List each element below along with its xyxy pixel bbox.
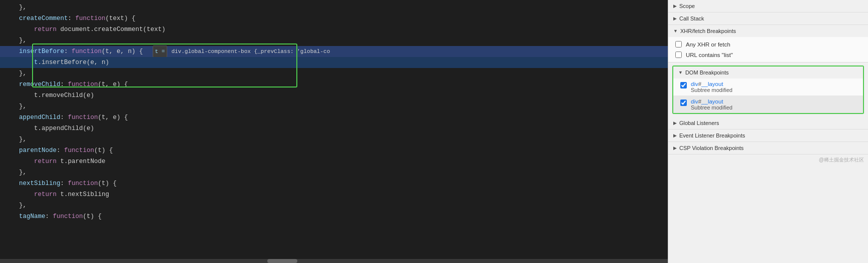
code-line: return t.nextSibling xyxy=(0,189,668,200)
code-line: }, xyxy=(0,134,668,145)
watermark-text: @稀土掘金技术社区 xyxy=(819,157,864,162)
dom-bp-2-checkbox[interactable] xyxy=(680,100,687,106)
right-panel: Scope Call Stack XHR/fetch Breakpoints A… xyxy=(668,0,868,263)
call-stack-section: Call Stack xyxy=(668,12,868,25)
scope-section: Scope xyxy=(668,0,868,12)
watermark: @稀土掘金技术社区 xyxy=(668,154,868,166)
scope-header[interactable]: Scope xyxy=(668,0,868,12)
any-xhr-checkbox[interactable] xyxy=(675,41,682,48)
xhr-section: XHR/fetch Breakpoints Any XHR or fetch U… xyxy=(668,25,868,62)
event-listener-header[interactable]: Event Listener Breakpoints xyxy=(668,130,868,142)
code-line: appendChild: function(t, e) { xyxy=(0,112,668,123)
code-line: tagName: function(t) { xyxy=(0,211,668,222)
dom-breakpoints-header[interactable]: DOM Breakpoints xyxy=(673,66,863,78)
code-line: removeChild: function(t, e) { xyxy=(0,79,668,90)
insert-before-body-line: t.insertBefore(e, n) xyxy=(0,57,668,68)
code-line: nextSibling: function(t) { xyxy=(0,178,668,189)
scrollbar-thumb[interactable] xyxy=(267,259,297,263)
scope-triangle xyxy=(673,4,677,8)
dom-bp-2-id: __layout xyxy=(701,98,723,104)
dom-breakpoints-section: DOM Breakpoints div#__layout Subtree mod… xyxy=(672,66,864,114)
any-xhr-item: Any XHR or fetch xyxy=(668,39,868,50)
code-line: parentNode: function(t) { xyxy=(0,145,668,156)
dom-bp-2-subtext: Subtree modified xyxy=(691,104,732,110)
xhr-triangle xyxy=(673,28,678,34)
global-listeners-section: Global Listeners xyxy=(668,117,868,130)
global-listeners-label: Global Listeners xyxy=(679,120,719,126)
call-stack-header[interactable]: Call Stack xyxy=(668,12,868,24)
dom-bp-1-name: div#__layout xyxy=(691,81,732,87)
insert-before-line: insertBefore: function(t, e, n) { t =div… xyxy=(0,46,668,57)
dom-bp-2-text: div#__layout Subtree modified xyxy=(691,98,732,110)
dom-breakpoints-wrapper: DOM Breakpoints div#__layout Subtree mod… xyxy=(668,62,868,117)
code-line: }, xyxy=(0,200,668,211)
call-stack-label: Call Stack xyxy=(679,16,704,22)
code-line: return t.parentNode xyxy=(0,156,668,167)
dom-bp-2-tag: div xyxy=(691,98,698,104)
csp-label: CSP Violation Breakpoints xyxy=(679,145,744,151)
code-line: createComment: function(text) { xyxy=(0,13,668,24)
code-line: return document.createComment(text) xyxy=(0,24,668,35)
dom-bp-1-subtext: Subtree modified xyxy=(691,87,732,93)
global-listeners-header[interactable]: Global Listeners xyxy=(668,117,868,129)
event-listener-label: Event Listener Breakpoints xyxy=(679,132,745,138)
csp-triangle xyxy=(673,146,677,150)
code-line: }, xyxy=(0,167,668,178)
dom-bp-items: div#__layout Subtree modified div#__layo… xyxy=(673,78,863,113)
dom-bp-2-name: div#__layout xyxy=(691,98,732,104)
dom-bp-1-tag: div xyxy=(691,81,698,87)
code-line: }, xyxy=(0,2,668,13)
xhr-label: XHR/fetch Breakpoints xyxy=(680,28,736,34)
url-list-item: URL contains "list" xyxy=(668,50,868,60)
csp-section: CSP Violation Breakpoints xyxy=(668,142,868,154)
code-line: t.removeChild(e) xyxy=(0,90,668,101)
call-stack-triangle xyxy=(673,16,677,21)
dom-bp-triangle xyxy=(678,70,683,75)
dom-bp-1-checkbox[interactable] xyxy=(680,82,687,88)
inline-tooltip: t = xyxy=(153,46,168,58)
code-line: t.appendChild(e) xyxy=(0,123,668,134)
event-listener-section: Event Listener Breakpoints xyxy=(668,130,868,142)
dom-bp-1-id: __layout xyxy=(701,81,723,87)
code-line: }, xyxy=(0,68,668,79)
code-panel: }, createComment: function(text) { retur… xyxy=(0,0,668,263)
event-listener-triangle xyxy=(673,133,677,138)
url-list-label: URL contains "list" xyxy=(686,52,733,58)
dom-breakpoints-label: DOM Breakpoints xyxy=(685,70,729,76)
dom-bp-1-text: div#__layout Subtree modified xyxy=(691,81,732,93)
horizontal-scrollbar[interactable] xyxy=(0,259,668,263)
dom-bp-item-2: div#__layout Subtree modified xyxy=(673,96,863,113)
xhr-header[interactable]: XHR/fetch Breakpoints xyxy=(668,25,868,37)
code-line: }, xyxy=(0,101,668,112)
scope-label: Scope xyxy=(679,3,695,9)
global-listeners-triangle xyxy=(673,120,677,126)
csp-header[interactable]: CSP Violation Breakpoints xyxy=(668,142,868,154)
any-xhr-label: Any XHR or fetch xyxy=(686,42,730,48)
xhr-content: Any XHR or fetch URL contains "list" xyxy=(668,37,868,62)
code-line: }, xyxy=(0,35,668,46)
dom-bp-item-1: div#__layout Subtree modified xyxy=(673,78,863,96)
code-lines: }, createComment: function(text) { retur… xyxy=(0,0,668,224)
url-list-checkbox[interactable] xyxy=(675,52,682,58)
